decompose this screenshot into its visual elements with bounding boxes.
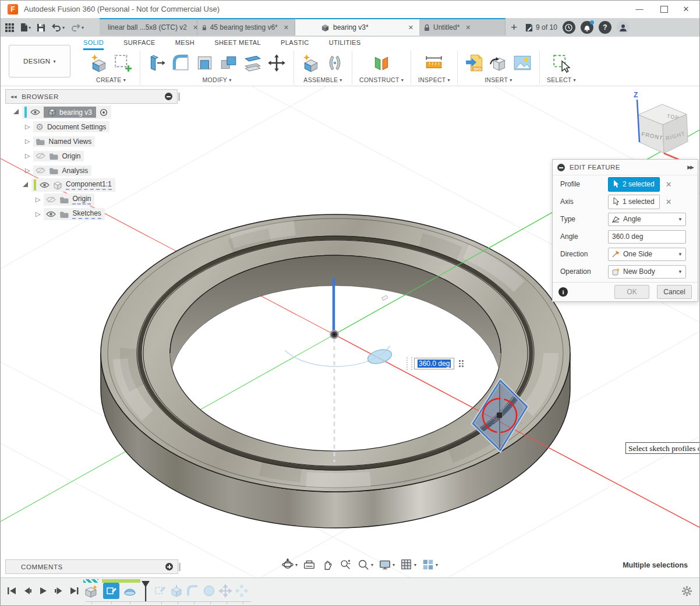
activate-radio-icon[interactable] (100, 108, 108, 117)
tab-plastic[interactable]: PLASTIC (281, 39, 309, 50)
tab-bearing-v3[interactable]: bearing v3* ✕ (295, 18, 419, 36)
measure-icon[interactable] (424, 53, 444, 73)
joint-icon[interactable] (325, 53, 345, 73)
bearing-body[interactable] (101, 214, 570, 528)
group-label[interactable]: INSERT (485, 76, 508, 83)
timeline-item-fillet-suppressed[interactable] (186, 584, 200, 598)
expander-open-icon[interactable] (23, 182, 28, 187)
timeline-item-sphere-suppressed[interactable] (202, 584, 216, 598)
display-settings-button[interactable]: ▾ (379, 558, 395, 571)
minimize-panel-icon[interactable] (165, 93, 172, 100)
comments-scroll-nub[interactable] (179, 563, 181, 571)
tab-mesh[interactable]: MESH (175, 39, 195, 50)
new-component-icon[interactable] (301, 53, 321, 73)
close-tab-icon[interactable]: ✕ (407, 24, 415, 31)
group-label[interactable]: SELECT (547, 76, 572, 83)
input-drag-nub[interactable] (406, 357, 412, 370)
ok-button[interactable]: OK (614, 285, 649, 299)
maximize-button[interactable] (660, 6, 668, 13)
timeline-item-revolve[interactable] (122, 584, 137, 599)
browser-item-origin[interactable]: ▷ Origin (5, 149, 178, 163)
help-button[interactable]: ? (599, 21, 611, 34)
group-label[interactable]: ASSEMBLE (303, 76, 338, 83)
insert-svg-icon[interactable]: SVG (465, 53, 485, 73)
view-cube[interactable]: TOP FRONT RIGHT Z X (606, 88, 699, 167)
timeline-item-component[interactable] (83, 584, 98, 599)
orbit-button[interactable]: ▾ (281, 558, 298, 571)
close-tab-icon[interactable]: ✕ (282, 24, 290, 31)
timeline-step-forward-button[interactable] (54, 586, 64, 596)
timeline-item-pattern-suppressed[interactable] (235, 584, 249, 598)
new-tab-button[interactable]: + (508, 21, 519, 34)
tab-linear-ball[interactable]: linear ball ...5x8 (CTC) v2 ✕ (100, 18, 197, 36)
operation-dropdown[interactable]: New Body ▼ (608, 265, 686, 279)
expander-closed-icon[interactable]: ▷ (25, 138, 30, 145)
eye-off-icon[interactable] (36, 153, 45, 159)
chevron-down-icon[interactable]: ▾ (62, 25, 65, 30)
press-pull-icon[interactable] (147, 53, 167, 73)
cancel-button[interactable]: Cancel (657, 285, 692, 299)
workspace-selector[interactable]: DESIGN ▾ (9, 45, 70, 77)
dialog-collapse-icon[interactable] (557, 164, 565, 171)
timeline-item-extrude-suppressed[interactable] (169, 584, 183, 598)
profile-select-button[interactable]: 2 selected (608, 177, 660, 192)
tab-utilities[interactable]: UTILITIES (329, 39, 361, 50)
new-solid-icon[interactable] (89, 53, 109, 73)
group-label[interactable]: MODIFY (203, 76, 228, 83)
expander-open-icon[interactable] (13, 109, 19, 114)
fillet-icon[interactable] (171, 53, 191, 73)
split-body-icon[interactable] (243, 53, 263, 73)
shell-icon[interactable] (195, 53, 215, 73)
derive-icon[interactable] (489, 53, 508, 73)
chevron-down-icon[interactable]: ▾ (82, 25, 84, 30)
profile-clear-icon[interactable]: ✕ (666, 180, 672, 189)
eye-icon[interactable] (46, 211, 56, 217)
type-dropdown[interactable]: Angle ▼ (608, 213, 686, 226)
group-label[interactable]: INSPECT (418, 76, 446, 83)
avatar[interactable] (617, 21, 630, 34)
timeline-step-back-button[interactable] (22, 586, 33, 596)
browser-item-root[interactable]: bearing v3 (5, 105, 178, 119)
timeline-item-sketch-suppressed[interactable] (153, 584, 167, 598)
group-label[interactable]: CREATE (96, 76, 122, 83)
zoom-button[interactable] (339, 558, 352, 571)
timeline-go-end-button[interactable] (69, 586, 80, 596)
browser-header[interactable]: ◂◂ BROWSER (5, 89, 178, 104)
chevron-down-icon[interactable]: ▾ (393, 562, 395, 568)
collapse-browser-icon[interactable]: ◂◂ (10, 93, 17, 100)
redo-button[interactable]: ▾ (70, 23, 84, 31)
create-sketch-icon[interactable] (113, 53, 133, 73)
tab-solid[interactable]: SOLID (83, 39, 104, 50)
expander-closed-icon[interactable]: ▷ (25, 123, 30, 131)
eye-icon[interactable] (30, 109, 40, 115)
info-icon[interactable]: i (558, 287, 568, 297)
chevron-down-icon[interactable]: ▾ (295, 562, 298, 568)
timeline-item-move-suppressed[interactable] (218, 584, 232, 598)
viewports-button[interactable]: ▾ (422, 558, 438, 571)
dialog-dock-icon[interactable]: ▶▶ (687, 164, 693, 170)
look-at-button[interactable] (303, 558, 316, 571)
move-icon[interactable] (267, 53, 287, 73)
app-grid-button[interactable] (5, 23, 14, 32)
tab-45-bearing-testing[interactable]: 45 bearing testing v6* ✕ (197, 18, 295, 36)
zoom-window-button[interactable]: ▾ (357, 558, 373, 571)
group-label[interactable]: CONSTRUCT (359, 76, 400, 83)
eye-off-icon[interactable] (36, 167, 45, 174)
notifications-button[interactable] (581, 21, 593, 34)
history-clock-button[interactable] (563, 21, 575, 34)
angle-field[interactable] (608, 230, 686, 244)
dialog-header[interactable]: EDIT FEATURE ▶▶ (553, 160, 698, 175)
document-counter[interactable]: 9 of 10 (525, 23, 557, 32)
minimize-button[interactable]: — (627, 1, 652, 18)
timeline-play-button[interactable] (38, 586, 48, 596)
tab-surface[interactable]: SURFACE (123, 39, 155, 50)
axis-handle[interactable] (382, 295, 388, 301)
eye-off-icon[interactable] (46, 196, 56, 203)
expander-closed-icon[interactable]: ▷ (36, 210, 40, 218)
select-icon[interactable] (551, 53, 571, 73)
eye-icon[interactable] (40, 182, 50, 188)
file-menu-button[interactable]: ▾ (20, 23, 31, 32)
angle-manipulator-input[interactable]: 360.0 deg (406, 357, 464, 370)
tab-untitled[interactable]: Untitled* ✕ (419, 18, 505, 36)
grid-settings-button[interactable]: ▾ (400, 558, 416, 571)
